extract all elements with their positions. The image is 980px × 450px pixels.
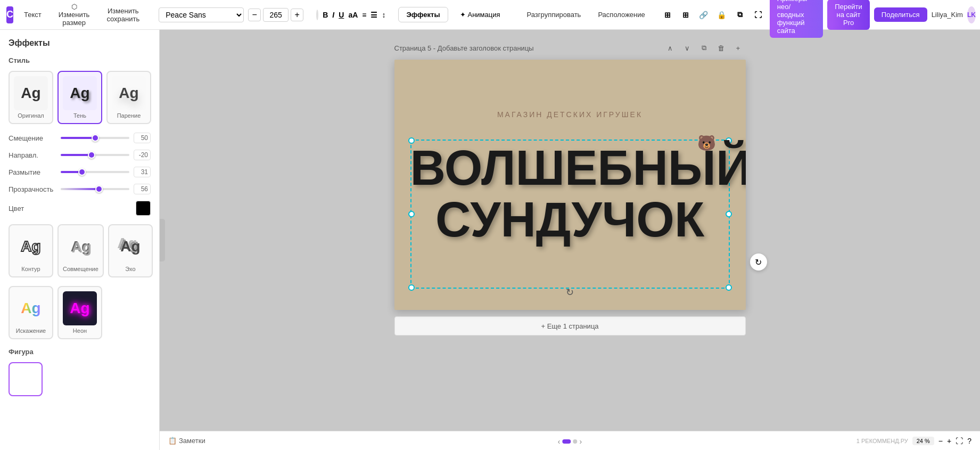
effect-cards: Ag Контур Ag Ag Совмещение Ag Эхо [9,224,151,277]
effects-btn[interactable]: Эффекты [398,7,448,22]
transparency-slider-row: Прозрачность 56 [9,184,151,194]
effect-card-sovm[interactable]: Ag Ag Совмещение [57,224,104,277]
align-btn[interactable]: ≡ [362,7,366,22]
style-label-shadow: Тень [73,112,86,119]
blur-slider-row: Размытие 31 [9,167,151,177]
effect-preview-iskaj: Ag [14,291,48,325]
effect-card-kontour[interactable]: Ag Контур [9,224,53,277]
size-increase-btn[interactable]: + [291,9,303,21]
subtitle-text[interactable]: МАГАЗИН ДЕТСКИХ ИГРУШЕК [426,110,714,119]
prev-page-btn[interactable]: ‹ [558,437,561,446]
zoom-btn[interactable]: 24 % [912,437,934,445]
main-title-text[interactable]: ВОЛШЕБНЫЙ СУНДУЧОК [410,142,730,245]
list-btn[interactable]: ☰ [370,7,377,22]
effect-card-echo[interactable]: Ag Эхо [108,224,153,277]
blur-value: 31 [134,167,151,177]
handle-bottom-right[interactable] [726,284,732,291]
canvas-refresh-btn[interactable]: ↻ [750,253,767,271]
effect-card-iskaj[interactable]: Ag Искажение [9,286,53,339]
direction-slider-row: Направл. -20 [9,150,151,160]
style-card-float[interactable]: Ag Парение [106,71,151,124]
page-add-btn[interactable]: + [731,40,746,55]
blur-track[interactable] [61,171,129,173]
color-label: Цвет [9,204,136,212]
nav-resize-btn[interactable]: ⬡ Изменить размер [52,0,96,30]
add-page-btn[interactable]: + Еще 1 страница [394,316,746,336]
style-card-shadow[interactable]: Ag Тень [57,71,102,124]
text-color-swatch[interactable] [316,10,318,20]
watermark: 1 РЕКОММЕНД.РУ [857,438,908,444]
font-selector[interactable]: Peace Sans [159,7,244,22]
shape-section: Фигура [9,348,151,396]
shape-preview[interactable] [9,362,43,396]
template-icon[interactable]: ⊞ [660,7,675,22]
upgrade-btn[interactable]: Перейти на сайт Pro [827,0,870,30]
direction-track[interactable] [61,154,129,156]
blur-thumb[interactable] [78,168,86,176]
style-card-original[interactable]: Ag Оригинал [9,71,53,124]
animation-icon: ✦ [460,11,466,19]
bold-btn[interactable]: B [323,7,328,22]
canvas-area[interactable]: Страница 5 - Добавьте заголовок страницы… [160,30,980,450]
main-layout: Эффекты Стиль Ag Оригинал Ag Тень Ag Пар… [0,30,980,450]
ungroup-btn[interactable]: Разгруппировать [521,7,588,22]
scroll-indicator-left [160,219,165,261]
offset-slider-row: Смещение 50 [9,133,151,143]
nav-resize-extra-btn[interactable]: Изменить сохранить [100,4,146,26]
transparency-fill [61,188,99,190]
page-title: Страница 5 - Добавьте заголовок страницы [394,44,658,52]
link-icon[interactable]: 🔗 [696,7,711,22]
offset-label: Смещение [9,134,56,142]
effect-label-echo: Эхо [125,266,135,272]
style-label-float: Парение [117,112,141,119]
page-navigator: ‹ › [558,437,582,446]
fullscreen-icon[interactable]: ⛶ [751,7,765,22]
bear-emoji: 🐻 [697,134,716,152]
style-cards: Ag Оригинал Ag Тень Ag Парение [9,71,151,124]
direction-thumb[interactable] [88,151,95,159]
transparency-track[interactable] [61,188,129,190]
zoom-in-btn[interactable]: + [947,437,951,445]
next-page-btn[interactable]: › [580,437,582,446]
copy-icon[interactable]: ⧉ [732,7,747,22]
offset-track[interactable] [61,137,129,139]
nav-text-btn[interactable]: Текст [18,7,48,22]
notes-btn[interactable]: 📋 Заметки [168,437,205,445]
logo-text: C [6,9,13,20]
italic-btn[interactable]: I [332,7,334,22]
fullscreen-btn[interactable]: ⛶ [956,437,963,445]
effect-preview-sovm: Ag Ag [63,230,97,264]
promo-banner[interactable]: Примеры нео/сводных функций сайта [770,0,823,38]
style-preview-shadow: Ag [63,76,97,110]
page-collapse-down-btn[interactable]: ∨ [680,40,695,55]
page-delete-btn[interactable]: 🗑 [714,40,729,55]
shape-section-title: Фигура [9,348,151,356]
size-input[interactable]: 265 [263,8,289,22]
transparency-value: 56 [134,184,151,194]
size-decrease-btn[interactable]: − [248,9,261,21]
transparency-thumb[interactable] [95,185,103,193]
grid-icon[interactable]: ⊞ [678,7,693,22]
animation-btn[interactable]: ✦ Анимация [452,7,508,22]
offset-fill [61,137,95,139]
zoom-out-btn[interactable]: − [938,437,943,445]
rotate-handle[interactable]: ↻ [566,287,574,298]
user-name: Liliya_Kim [932,11,963,19]
page-collapse-up-btn[interactable]: ∧ [663,40,678,55]
case-btn[interactable]: aA [348,7,358,22]
color-box[interactable] [136,201,151,216]
share-btn[interactable]: Поделиться [874,7,927,22]
help-btn[interactable]: ? [967,437,971,445]
direction-label: Направл. [9,151,56,159]
spacing-btn[interactable]: ↕ [382,7,385,22]
lock-icon[interactable]: 🔒 [714,7,729,22]
layout-btn[interactable]: Расположение [591,7,651,22]
logo[interactable]: C [6,6,13,23]
page-duplicate-btn[interactable]: ⧉ [697,40,712,55]
effect-card-neon[interactable]: Ag Неон [57,286,102,339]
style-preview-original: Ag [14,76,48,110]
underline-btn[interactable]: U [339,7,344,22]
offset-thumb[interactable] [92,134,99,142]
avatar-btn[interactable]: LK [967,6,976,23]
handle-bottom-left[interactable] [408,284,415,291]
